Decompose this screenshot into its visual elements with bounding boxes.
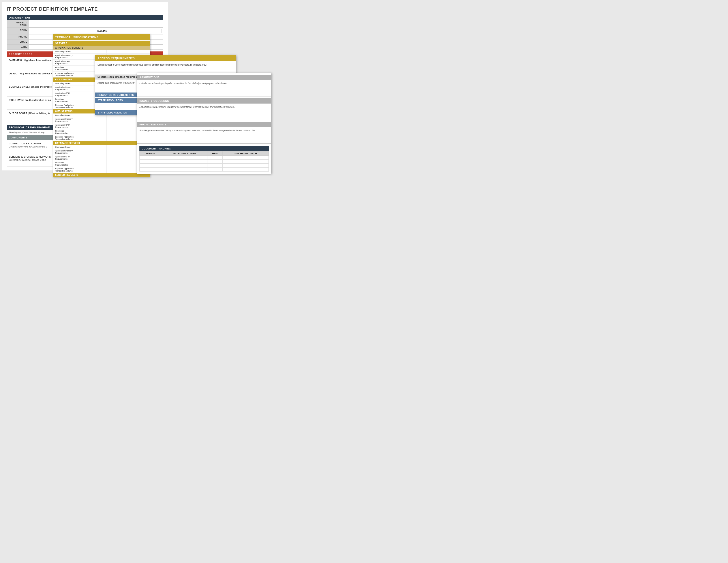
db-servers-label: DATABASE SERVERS: [53, 141, 150, 145]
cell-version[interactable]: [140, 160, 161, 164]
page-title: IT PROJECT DEFINITION TEMPLATE: [7, 6, 163, 12]
servers-label: SERVERS: [53, 41, 150, 46]
mailing-label: MAILING: [98, 30, 108, 32]
project-name-label: PROJECT NAME: [7, 20, 29, 27]
db-special-text: special data preservation requirement: [98, 82, 134, 84]
table-row: [140, 160, 269, 164]
db-os-label: Operating System: [53, 145, 106, 149]
web-func-label: FunctionalCharacteristics: [53, 129, 106, 135]
db-cpu-label: Application CPURequirements: [53, 155, 106, 161]
access-body[interactable]: Define number of users requiring simulta…: [95, 61, 236, 75]
project-name-value[interactable]: [29, 20, 163, 27]
db-os-row: Operating System: [53, 145, 150, 149]
web-cpu-label: Application CPURequirements: [53, 123, 106, 129]
cell-edits[interactable]: [161, 164, 208, 167]
db-trans-row: Expected ApplicationTransaction Volume: [53, 167, 150, 173]
col-edits: EDITS COMPLETED BY: [161, 151, 208, 156]
web-cpu-row: Application CPURequirements: [53, 123, 150, 129]
app-os-row: Operating System: [53, 50, 150, 54]
costs-header: PROJECTED COSTS: [137, 122, 271, 127]
cell-date[interactable]: [208, 156, 222, 160]
name-value: MAILING: [29, 28, 163, 34]
cell-desc[interactable]: [222, 160, 268, 164]
name-label: NAME: [7, 28, 29, 34]
cell-desc[interactable]: [222, 156, 268, 160]
web-trans-row: Expected ApplicationTransaction Volume: [53, 135, 150, 141]
app-servers-label: APPLICATION SERVERS: [53, 46, 150, 50]
cell-date[interactable]: [208, 167, 222, 171]
cell-desc[interactable]: [222, 164, 268, 167]
cell-desc[interactable]: [222, 167, 268, 171]
web-memory-row: Application MemoryRequirements: [53, 117, 150, 123]
app-os-label: Operating System: [53, 50, 106, 53]
table-row: [140, 164, 269, 167]
cell-edits[interactable]: [161, 160, 208, 164]
assumptions-header: ASSUMPTIONS: [137, 75, 271, 80]
col-description: DESCRIPTION OF EDIT: [222, 151, 268, 156]
name-field[interactable]: [31, 29, 96, 33]
tracking-table: VERSION EDITS COMPLETED BY DATE DESCRIPT…: [139, 151, 269, 171]
db-memory-row: Application MemoryRequirements: [53, 149, 150, 155]
db-memory-label: Application MemoryRequirements: [53, 149, 106, 155]
email-label: EMAIL: [7, 39, 29, 44]
db-cpu-row: Application CPURequirements: [53, 155, 150, 161]
table-row: [140, 167, 269, 171]
server-requests-label: SERVER REQUESTS: [53, 173, 150, 177]
date-label: DATE: [7, 45, 29, 49]
cell-version[interactable]: [140, 156, 161, 160]
issues-header: ISSUES & CONCERNS: [137, 98, 271, 103]
tracking-header: DOCUMENT TRACKING: [139, 146, 269, 151]
cell-date[interactable]: [208, 160, 222, 164]
web-trans-label: Expected ApplicationTransaction Volume: [53, 135, 106, 141]
cell-date[interactable]: [208, 164, 222, 167]
web-func-row: FunctionalCharacteristics: [53, 129, 150, 135]
name-row: NAME MAILING: [7, 28, 163, 34]
document-tracking-section: DOCUMENT TRACKING VERSION EDITS COMPLETE…: [139, 146, 269, 171]
table-row: [140, 156, 269, 160]
web-memory-label: Application MemoryRequirements: [53, 117, 106, 123]
issues-body[interactable]: List all issues and concerns impacting d…: [137, 103, 271, 120]
assumptions-body[interactable]: List all assumptions impacting documenta…: [137, 80, 271, 96]
db-func-row: FunctionalCharacteristics: [53, 161, 150, 167]
db-func-label: FunctionalCharacteristics: [53, 161, 106, 167]
cell-version[interactable]: [140, 167, 161, 171]
col-version: VERSION: [140, 151, 161, 156]
phone-label: PHONE: [7, 34, 29, 39]
cell-edits[interactable]: [161, 167, 208, 171]
cell-version[interactable]: [140, 164, 161, 167]
tech-specs-header: TECHNICAL SPECIFICATIONS: [53, 34, 150, 40]
costs-body[interactable]: Provide general overview below, update e…: [137, 127, 271, 144]
db-trans-label: Expected ApplicationTransaction Volume: [53, 167, 106, 173]
org-header: ORGANIZATION: [7, 15, 163, 20]
cell-edits[interactable]: [161, 156, 208, 160]
col-date: DATE: [208, 151, 222, 156]
right-panel-document: ASSUMPTIONS List all assumptions impacti…: [137, 73, 271, 174]
access-header: ACCESS REQUIREMENTS: [95, 55, 236, 61]
project-name-row: PROJECT NAME: [7, 20, 163, 28]
app-os-val[interactable]: [106, 50, 150, 53]
